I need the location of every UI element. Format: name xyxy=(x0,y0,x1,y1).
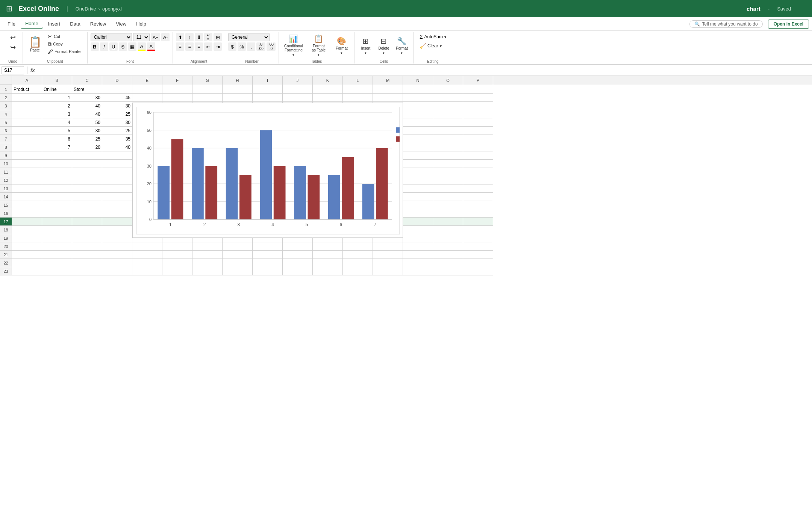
row-header[interactable]: 18 xyxy=(0,226,12,234)
grid-cell[interactable] xyxy=(12,160,42,168)
grid-cell[interactable] xyxy=(433,209,463,218)
row-header[interactable]: 13 xyxy=(0,184,12,193)
grid-cell[interactable] xyxy=(433,110,463,118)
grid-cell[interactable] xyxy=(403,251,433,259)
copy-button[interactable]: ⧉ Copy xyxy=(45,41,84,47)
row-header[interactable]: 19 xyxy=(0,234,12,242)
grid-cell[interactable] xyxy=(192,267,223,275)
grid-cell[interactable] xyxy=(403,118,433,127)
grid-cell[interactable] xyxy=(223,251,253,259)
grid-cell[interactable] xyxy=(162,267,192,275)
grid-cell[interactable] xyxy=(132,251,162,259)
grid-cell[interactable] xyxy=(72,251,102,259)
grid-cell[interactable] xyxy=(102,226,132,234)
grid-cell[interactable] xyxy=(433,226,463,234)
col-header-M[interactable]: M xyxy=(373,76,403,85)
grid-cell[interactable] xyxy=(403,110,433,118)
grid-cell[interactable] xyxy=(403,135,433,143)
grid-cell[interactable] xyxy=(283,251,313,259)
grid-cell[interactable] xyxy=(192,94,223,102)
grid-cell[interactable] xyxy=(42,251,72,259)
grid-cell[interactable]: Product xyxy=(12,85,42,94)
autosum-button[interactable]: Σ AutoSum ▾ xyxy=(417,33,449,41)
grid-cell[interactable] xyxy=(403,267,433,275)
grid-cell[interactable]: 4 xyxy=(42,118,72,127)
format-painter-button[interactable]: 🖌 Format Painter xyxy=(45,48,84,55)
grid-cell[interactable] xyxy=(463,176,493,184)
row-header[interactable]: 4 xyxy=(0,110,12,118)
menu-item-insert[interactable]: Insert xyxy=(44,20,65,28)
grid-cell[interactable] xyxy=(12,184,42,193)
row-header[interactable]: 1 xyxy=(0,85,12,94)
grid-cell[interactable] xyxy=(373,85,403,94)
col-header-P[interactable]: P xyxy=(463,76,493,85)
breadcrumb-drive[interactable]: OneDrive xyxy=(76,6,96,12)
grid-cell[interactable] xyxy=(72,218,102,226)
grid-cell[interactable]: 5 xyxy=(42,127,72,135)
grid-cell[interactable] xyxy=(72,259,102,267)
grid-cell[interactable] xyxy=(42,267,72,275)
grid-cell[interactable] xyxy=(433,135,463,143)
open-in-excel-button[interactable]: Open in Excel xyxy=(768,20,809,29)
grid-cell[interactable] xyxy=(12,226,42,234)
grid-cell[interactable] xyxy=(102,160,132,168)
grid-cell[interactable] xyxy=(253,251,283,259)
grid-cell[interactable] xyxy=(343,85,373,94)
col-header-N[interactable]: N xyxy=(403,76,433,85)
grid-cell[interactable] xyxy=(12,143,42,151)
row-header[interactable]: 21 xyxy=(0,251,12,259)
cut-button[interactable]: ✂ Cut xyxy=(45,33,84,40)
grid-cell[interactable] xyxy=(403,127,433,135)
grid-cell[interactable]: 25 xyxy=(102,110,132,118)
row-header[interactable]: 10 xyxy=(0,160,12,168)
row-header[interactable]: 8 xyxy=(0,143,12,151)
font-color-button[interactable]: A xyxy=(147,42,155,51)
comma-button[interactable]: , xyxy=(247,42,255,51)
grid-cell[interactable] xyxy=(463,184,493,193)
grid-cell[interactable]: 30 xyxy=(72,127,102,135)
grid-cell[interactable] xyxy=(433,118,463,127)
grid-cell[interactable] xyxy=(343,259,373,267)
grid-cell[interactable] xyxy=(42,242,72,251)
grid-cell[interactable]: 40 xyxy=(72,110,102,118)
grid-cell[interactable] xyxy=(223,267,253,275)
grid-cell[interactable] xyxy=(463,160,493,168)
grid-cell[interactable] xyxy=(373,251,403,259)
grid-cell[interactable]: 1 xyxy=(42,94,72,102)
grid-cell[interactable]: 3 xyxy=(42,110,72,118)
grid-cell[interactable] xyxy=(403,143,433,151)
grid-cell[interactable] xyxy=(72,234,102,242)
row-header[interactable]: 2 xyxy=(0,94,12,102)
menu-item-help[interactable]: Help xyxy=(132,20,151,28)
increase-font-button[interactable]: A+ xyxy=(151,33,160,41)
grid-cell[interactable] xyxy=(12,259,42,267)
grid-cell[interactable] xyxy=(12,209,42,218)
grid-cell[interactable] xyxy=(192,85,223,94)
font-size-select[interactable]: 11 xyxy=(133,33,150,41)
grid-cell[interactable] xyxy=(343,242,373,251)
align-center-button[interactable]: ≡ xyxy=(185,42,194,51)
grid-cell[interactable] xyxy=(463,85,493,94)
col-header-A[interactable]: A xyxy=(12,76,42,85)
font-name-select[interactable]: Calibri xyxy=(91,33,132,41)
grid-cell[interactable] xyxy=(403,85,433,94)
grid-cell[interactable] xyxy=(102,218,132,226)
grid-cell[interactable] xyxy=(283,94,313,102)
grid-cell[interactable]: 40 xyxy=(72,102,102,110)
grid-cell[interactable]: 25 xyxy=(102,127,132,135)
corner-cell[interactable] xyxy=(0,76,12,85)
cell-reference-box[interactable]: S17 xyxy=(2,66,24,74)
italic-button[interactable]: I xyxy=(100,42,108,51)
grid-cell[interactable]: Store xyxy=(72,85,102,94)
grid-cell[interactable]: 30 xyxy=(72,94,102,102)
grid-cell[interactable] xyxy=(403,102,433,110)
grid-cell[interactable] xyxy=(463,218,493,226)
grid-cell[interactable] xyxy=(223,85,253,94)
grid-cell[interactable] xyxy=(72,151,102,160)
grid-cell[interactable] xyxy=(12,267,42,275)
grid-cell[interactable] xyxy=(223,242,253,251)
grid-cell[interactable] xyxy=(42,209,72,218)
col-header-I[interactable]: I xyxy=(253,76,283,85)
grid-cell[interactable] xyxy=(283,259,313,267)
grid-cell[interactable] xyxy=(283,85,313,94)
